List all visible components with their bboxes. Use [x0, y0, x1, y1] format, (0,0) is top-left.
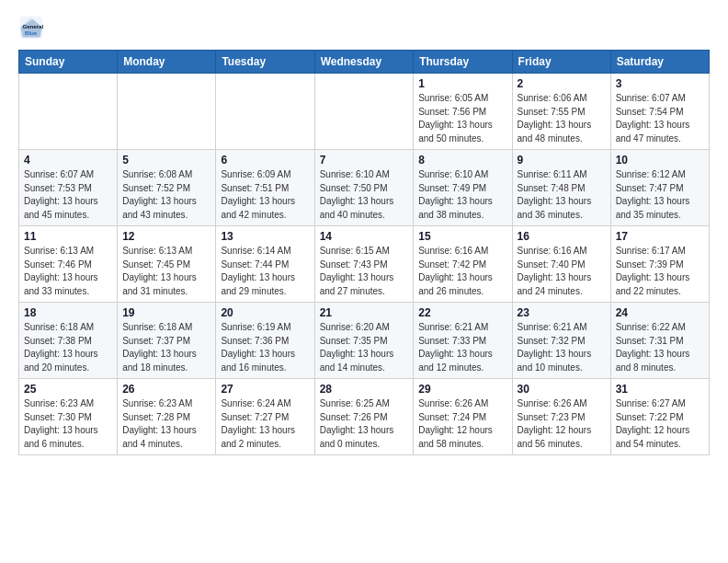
day-info: Sunrise: 6:13 AMSunset: 7:46 PMDaylight:… — [24, 245, 112, 298]
calendar-week-2: 4Sunrise: 6:07 AMSunset: 7:53 PMDaylight… — [19, 150, 710, 226]
calendar-cell: 16Sunrise: 6:16 AMSunset: 7:40 PMDayligh… — [512, 226, 610, 303]
calendar-cell — [314, 74, 414, 150]
day-number: 28 — [320, 383, 409, 396]
day-info: Sunrise: 6:08 AMSunset: 7:52 PMDaylight:… — [122, 168, 210, 222]
day-number: 3 — [616, 77, 704, 90]
day-number: 6 — [221, 154, 309, 167]
calendar-cell: 26Sunrise: 6:23 AMSunset: 7:28 PMDayligh… — [118, 379, 216, 455]
day-number: 24 — [616, 306, 704, 319]
day-info: Sunrise: 6:10 AMSunset: 7:49 PMDaylight:… — [418, 168, 506, 222]
day-info: Sunrise: 6:21 AMSunset: 7:33 PMDaylight:… — [418, 321, 506, 374]
day-info: Sunrise: 6:13 AMSunset: 7:45 PMDaylight:… — [122, 245, 210, 298]
calendar-week-3: 11Sunrise: 6:13 AMSunset: 7:46 PMDayligh… — [19, 226, 710, 303]
calendar-cell: 4Sunrise: 6:07 AMSunset: 7:53 PMDaylight… — [19, 150, 118, 226]
calendar-header: SundayMondayTuesdayWednesdayThursdayFrid… — [19, 51, 710, 74]
day-info: Sunrise: 6:16 AMSunset: 7:42 PMDaylight:… — [418, 245, 506, 298]
day-number: 4 — [24, 154, 112, 167]
calendar-week-4: 18Sunrise: 6:18 AMSunset: 7:38 PMDayligh… — [19, 303, 710, 379]
day-info: Sunrise: 6:16 AMSunset: 7:40 PMDaylight:… — [518, 245, 606, 298]
calendar-cell: 12Sunrise: 6:13 AMSunset: 7:45 PMDayligh… — [118, 226, 216, 303]
calendar-cell: 23Sunrise: 6:21 AMSunset: 7:32 PMDayligh… — [512, 303, 610, 379]
calendar-cell: 21Sunrise: 6:20 AMSunset: 7:35 PMDayligh… — [314, 303, 414, 379]
day-info: Sunrise: 6:26 AMSunset: 7:24 PMDaylight:… — [418, 397, 506, 451]
weekday-header-sunday: Sunday — [19, 51, 118, 74]
calendar-cell: 6Sunrise: 6:09 AMSunset: 7:51 PMDaylight… — [216, 150, 314, 226]
day-info: Sunrise: 6:05 AMSunset: 7:56 PMDaylight:… — [418, 92, 506, 145]
calendar-cell: 18Sunrise: 6:18 AMSunset: 7:38 PMDayligh… — [19, 303, 118, 379]
day-number: 30 — [518, 383, 606, 396]
calendar-cell: 3Sunrise: 6:07 AMSunset: 7:54 PMDaylight… — [610, 74, 709, 150]
day-info: Sunrise: 6:25 AMSunset: 7:26 PMDaylight:… — [320, 397, 409, 451]
calendar-cell: 5Sunrise: 6:08 AMSunset: 7:52 PMDaylight… — [118, 150, 216, 226]
day-number: 15 — [418, 230, 506, 243]
day-number: 29 — [418, 383, 506, 396]
svg-text:General: General — [22, 23, 43, 29]
day-info: Sunrise: 6:12 AMSunset: 7:47 PMDaylight:… — [616, 168, 704, 222]
day-info: Sunrise: 6:07 AMSunset: 7:53 PMDaylight:… — [24, 168, 112, 222]
day-number: 23 — [518, 306, 606, 319]
calendar-body: 1Sunrise: 6:05 AMSunset: 7:56 PMDaylight… — [19, 74, 710, 455]
calendar-week-1: 1Sunrise: 6:05 AMSunset: 7:56 PMDaylight… — [19, 74, 710, 150]
day-info: Sunrise: 6:14 AMSunset: 7:44 PMDaylight:… — [221, 245, 309, 298]
calendar-cell: 19Sunrise: 6:18 AMSunset: 7:37 PMDayligh… — [118, 303, 216, 379]
calendar-cell: 25Sunrise: 6:23 AMSunset: 7:30 PMDayligh… — [19, 379, 118, 455]
logo-icon: General Blue — [18, 15, 44, 40]
day-info: Sunrise: 6:24 AMSunset: 7:27 PMDaylight:… — [221, 397, 309, 451]
day-info: Sunrise: 6:15 AMSunset: 7:43 PMDaylight:… — [320, 245, 409, 298]
calendar-cell — [216, 74, 314, 150]
day-number: 10 — [616, 154, 704, 167]
calendar-cell: 28Sunrise: 6:25 AMSunset: 7:26 PMDayligh… — [314, 379, 414, 455]
calendar-cell: 9Sunrise: 6:11 AMSunset: 7:48 PMDaylight… — [512, 150, 610, 226]
day-number: 2 — [518, 77, 606, 90]
day-info: Sunrise: 6:17 AMSunset: 7:39 PMDaylight:… — [616, 245, 704, 298]
day-number: 19 — [122, 306, 210, 319]
calendar-cell: 15Sunrise: 6:16 AMSunset: 7:42 PMDayligh… — [414, 226, 512, 303]
calendar-cell: 30Sunrise: 6:26 AMSunset: 7:23 PMDayligh… — [512, 379, 610, 455]
day-number: 22 — [418, 306, 506, 319]
calendar-cell: 7Sunrise: 6:10 AMSunset: 7:50 PMDaylight… — [314, 150, 414, 226]
weekday-header-tuesday: Tuesday — [216, 51, 314, 74]
day-info: Sunrise: 6:23 AMSunset: 7:28 PMDaylight:… — [122, 397, 210, 451]
calendar-table: SundayMondayTuesdayWednesdayThursdayFrid… — [18, 50, 710, 455]
day-number: 26 — [122, 383, 210, 396]
calendar-cell: 24Sunrise: 6:22 AMSunset: 7:31 PMDayligh… — [610, 303, 709, 379]
svg-text:Blue: Blue — [25, 29, 38, 36]
calendar-cell: 8Sunrise: 6:10 AMSunset: 7:49 PMDaylight… — [414, 150, 512, 226]
day-number: 16 — [518, 230, 606, 243]
weekday-header-wednesday: Wednesday — [314, 51, 414, 74]
day-info: Sunrise: 6:21 AMSunset: 7:32 PMDaylight:… — [518, 321, 606, 374]
calendar-cell: 11Sunrise: 6:13 AMSunset: 7:46 PMDayligh… — [19, 226, 118, 303]
day-info: Sunrise: 6:11 AMSunset: 7:48 PMDaylight:… — [518, 168, 606, 222]
calendar-cell: 1Sunrise: 6:05 AMSunset: 7:56 PMDaylight… — [414, 74, 512, 150]
day-info: Sunrise: 6:23 AMSunset: 7:30 PMDaylight:… — [24, 397, 112, 451]
day-info: Sunrise: 6:07 AMSunset: 7:54 PMDaylight:… — [616, 92, 704, 145]
weekday-header-row: SundayMondayTuesdayWednesdayThursdayFrid… — [19, 51, 710, 74]
day-number: 13 — [221, 230, 309, 243]
day-info: Sunrise: 6:19 AMSunset: 7:36 PMDaylight:… — [221, 321, 309, 374]
day-number: 21 — [320, 306, 409, 319]
calendar-cell — [19, 74, 118, 150]
day-number: 11 — [24, 230, 112, 243]
day-info: Sunrise: 6:10 AMSunset: 7:50 PMDaylight:… — [320, 168, 409, 222]
calendar-cell: 14Sunrise: 6:15 AMSunset: 7:43 PMDayligh… — [314, 226, 414, 303]
calendar-week-5: 25Sunrise: 6:23 AMSunset: 7:30 PMDayligh… — [19, 379, 710, 455]
calendar-cell: 2Sunrise: 6:06 AMSunset: 7:55 PMDaylight… — [512, 74, 610, 150]
calendar-cell: 20Sunrise: 6:19 AMSunset: 7:36 PMDayligh… — [216, 303, 314, 379]
calendar-cell — [118, 74, 216, 150]
calendar-cell: 17Sunrise: 6:17 AMSunset: 7:39 PMDayligh… — [610, 226, 709, 303]
day-number: 14 — [320, 230, 409, 243]
day-number: 25 — [24, 383, 112, 396]
day-info: Sunrise: 6:06 AMSunset: 7:55 PMDaylight:… — [518, 92, 606, 145]
day-number: 9 — [518, 154, 606, 167]
calendar-cell: 31Sunrise: 6:27 AMSunset: 7:22 PMDayligh… — [610, 379, 709, 455]
weekday-header-thursday: Thursday — [414, 51, 512, 74]
day-number: 17 — [616, 230, 704, 243]
day-info: Sunrise: 6:18 AMSunset: 7:38 PMDaylight:… — [24, 321, 112, 374]
weekday-header-saturday: Saturday — [610, 51, 709, 74]
day-number: 18 — [24, 306, 112, 319]
weekday-header-monday: Monday — [118, 51, 216, 74]
day-info: Sunrise: 6:27 AMSunset: 7:22 PMDaylight:… — [616, 397, 704, 451]
calendar-cell: 13Sunrise: 6:14 AMSunset: 7:44 PMDayligh… — [216, 226, 314, 303]
page-header: General Blue — [18, 15, 710, 40]
day-info: Sunrise: 6:20 AMSunset: 7:35 PMDaylight:… — [320, 321, 409, 374]
